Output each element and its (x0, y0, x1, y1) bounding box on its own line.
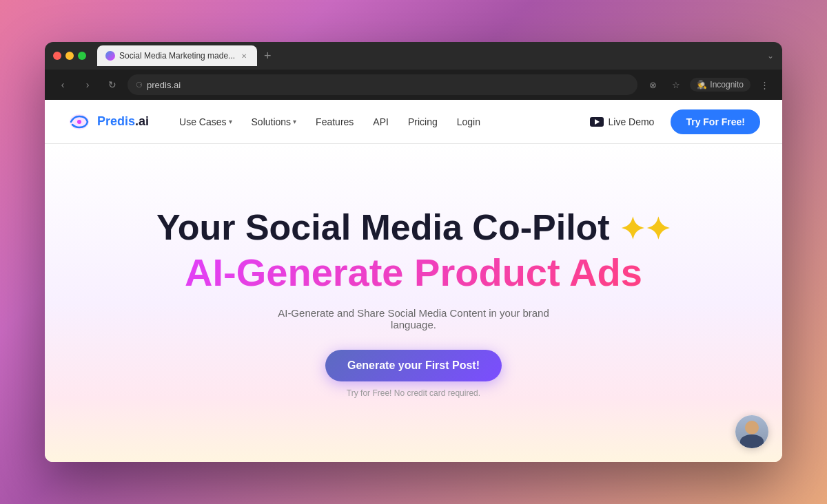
browser-window: Social Media Marketing made... ✕ + ⌄ ‹ ›… (45, 42, 782, 462)
incognito-icon: 🕵 (697, 80, 707, 90)
nav-features[interactable]: Features (307, 111, 362, 133)
site-navbar: Predis.ai Use Cases ▾ Solutions ▾ Featur… (45, 100, 782, 144)
lock-icon: ⚆ (136, 81, 143, 90)
use-cases-arrow-icon: ▾ (229, 118, 232, 125)
address-bar[interactable]: ⚆ predis.ai (127, 74, 637, 95)
hero-title-dark: Your Social Media Co-Pilot ✦✦ (156, 208, 671, 247)
nav-solutions-label: Solutions (252, 116, 292, 127)
nav-features-label: Features (316, 116, 354, 127)
logo-text: Predis.ai (97, 114, 149, 129)
traffic-lights (53, 52, 86, 60)
minimize-traffic-light[interactable] (65, 52, 74, 60)
cast-icon[interactable]: ⊗ (643, 75, 662, 94)
close-traffic-light[interactable] (53, 52, 61, 60)
back-button[interactable]: ‹ (53, 75, 72, 94)
avatar-head (745, 421, 759, 434)
hero-section: Your Social Media Co-Pilot ✦✦ AI-Generat… (45, 144, 782, 462)
sparkle-icon: ✦✦ (620, 213, 671, 246)
tab-close-button[interactable]: ✕ (239, 51, 249, 61)
nav-login[interactable]: Login (449, 111, 489, 133)
hero-title-pink: AI-Generate Product Ads (185, 251, 642, 294)
active-tab[interactable]: Social Media Marketing made... ✕ (97, 45, 257, 66)
site-logo[interactable]: Predis.ai (67, 109, 149, 134)
video-icon (590, 117, 604, 127)
avatar-person (735, 415, 768, 448)
url-text: predis.ai (147, 80, 181, 90)
avatar-body (740, 434, 764, 448)
forward-button[interactable]: › (78, 75, 97, 94)
tab-bar: Social Media Marketing made... ✕ + (97, 45, 762, 66)
live-demo-label: Live Demo (608, 116, 654, 127)
tab-favicon (105, 51, 115, 61)
nav-solutions[interactable]: Solutions ▾ (243, 111, 305, 133)
chat-avatar[interactable] (735, 415, 768, 448)
nav-pricing[interactable]: Pricing (400, 111, 446, 133)
hero-subtitle: AI-Generate and Share Social Media Conte… (269, 307, 558, 330)
toolbar-actions: ⊗ ☆ 🕵 Incognito ⋮ (643, 75, 774, 94)
browser-titlebar: Social Media Marketing made... ✕ + ⌄ (45, 42, 782, 70)
tab-title: Social Media Marketing made... (119, 51, 235, 61)
live-demo-button[interactable]: Live Demo (582, 111, 662, 133)
solutions-arrow-icon: ▾ (293, 118, 296, 125)
maximize-traffic-light[interactable] (78, 52, 86, 60)
browser-toolbar: ‹ › ↻ ⚆ predis.ai ⊗ ☆ 🕵 Incognito ⋮ (45, 70, 782, 100)
try-free-note: Try for Free! No credit card required. (347, 388, 480, 398)
nav-use-cases-label: Use Cases (179, 116, 226, 127)
incognito-badge: 🕵 Incognito (690, 78, 751, 92)
menu-icon[interactable]: ⋮ (755, 75, 774, 94)
nav-login-label: Login (457, 116, 480, 127)
nav-pricing-label: Pricing (408, 116, 438, 127)
nav-links: Use Cases ▾ Solutions ▾ Features API Pri… (171, 111, 582, 133)
nav-right-actions: Live Demo Try For Free! (582, 109, 760, 134)
nav-api[interactable]: API (365, 111, 397, 133)
refresh-button[interactable]: ↻ (103, 75, 122, 94)
incognito-label: Incognito (710, 80, 744, 90)
generate-post-button[interactable]: Generate your First Post! (325, 350, 502, 381)
nav-use-cases[interactable]: Use Cases ▾ (171, 111, 240, 133)
bookmark-icon[interactable]: ☆ (666, 75, 686, 94)
try-free-button[interactable]: Try For Free! (671, 109, 760, 134)
new-tab-button[interactable]: + (260, 49, 276, 63)
svg-point-1 (77, 120, 81, 124)
nav-api-label: API (373, 116, 389, 127)
tabs-chevron-icon[interactable]: ⌄ (767, 51, 774, 61)
website-content: Predis.ai Use Cases ▾ Solutions ▾ Featur… (45, 100, 782, 462)
logo-icon (67, 109, 92, 134)
